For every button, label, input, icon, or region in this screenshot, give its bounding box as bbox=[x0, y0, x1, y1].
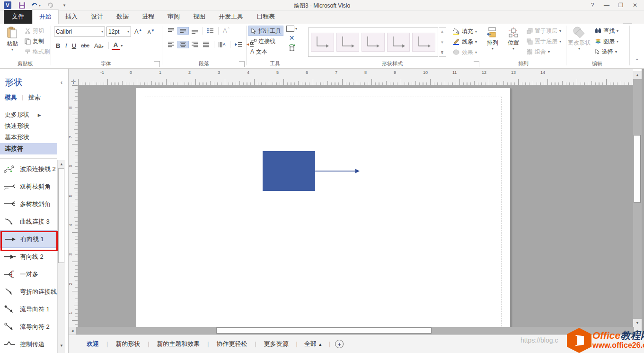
change-case-dropdown-icon[interactable]: ▾ bbox=[102, 45, 104, 49]
shape-styles-dialog-launcher-icon[interactable] bbox=[474, 61, 479, 67]
align-top-button[interactable] bbox=[166, 27, 176, 34]
font-size-dropdown-icon[interactable]: ▾ bbox=[125, 29, 129, 34]
add-page-button[interactable]: + bbox=[335, 340, 344, 348]
stencil-category-0[interactable]: 更多形状 ▶ bbox=[0, 109, 57, 120]
bullets-button[interactable] bbox=[205, 27, 216, 34]
paste-button[interactable]: 粘贴 ▾ bbox=[2, 25, 23, 59]
find-dropdown-icon[interactable]: ▾ bbox=[617, 29, 618, 33]
vertical-scrollbar[interactable]: ▲ ▼ bbox=[633, 71, 642, 327]
font-color-button[interactable]: A bbox=[112, 41, 120, 50]
tab-1[interactable]: 插入 bbox=[59, 10, 84, 24]
line-button[interactable]: 线条▾ bbox=[451, 36, 479, 47]
scroll-left-icon[interactable]: ◄ bbox=[69, 327, 76, 335]
gallery-scroll-down-icon[interactable]: ▼ bbox=[441, 40, 444, 45]
tab-6[interactable]: 视图 bbox=[186, 10, 212, 24]
justify-button[interactable] bbox=[201, 41, 212, 48]
rectangle-tool-button[interactable]: ▾ bbox=[286, 26, 297, 32]
paste-dropdown-icon[interactable]: ▾ bbox=[11, 47, 13, 52]
decrease-indent-button[interactable] bbox=[233, 41, 244, 48]
align-dropdown-icon[interactable]: ▾ bbox=[492, 46, 494, 51]
connector-style-preview-5[interactable] bbox=[412, 33, 435, 52]
font-color-dropdown-icon[interactable]: ▾ bbox=[121, 44, 123, 48]
connector-style-preview-1[interactable] bbox=[311, 33, 334, 52]
shape-item-3[interactable]: 曲线连接 3 bbox=[0, 213, 57, 230]
tab-file[interactable]: 文件 bbox=[4, 10, 32, 24]
shape-item-8[interactable]: 流导向符 1 bbox=[0, 300, 57, 318]
position-dropdown-icon[interactable]: ▾ bbox=[512, 46, 514, 51]
shape-item-10[interactable]: 控制传递 bbox=[0, 335, 57, 353]
connector-style-preview-3[interactable] bbox=[362, 33, 385, 52]
tab-8[interactable]: 日程表 bbox=[250, 10, 282, 24]
paragraph-dialog-launcher-icon[interactable] bbox=[239, 61, 245, 67]
gallery-more-icon[interactable]: ⊽ bbox=[441, 51, 444, 55]
shape-item-1[interactable]: 双树枝斜角 bbox=[0, 178, 57, 195]
shape-item-0[interactable]: 波浪连接线 2 bbox=[0, 160, 57, 178]
text-block-tool-button[interactable] bbox=[288, 44, 295, 51]
layers-dropdown-icon[interactable]: ▾ bbox=[617, 39, 618, 44]
horizontal-scrollbar[interactable]: ◄ ► bbox=[69, 327, 642, 335]
select-dropdown-icon[interactable]: ▾ bbox=[615, 50, 617, 54]
underline-button[interactable]: U bbox=[70, 42, 78, 50]
connector-style-preview-2[interactable] bbox=[336, 33, 360, 52]
strikethrough-button[interactable]: abc bbox=[79, 42, 91, 49]
shape-item-7[interactable]: 弯折的连接线 bbox=[0, 283, 57, 300]
font-name-combobox[interactable]: Calibri▾ bbox=[54, 27, 105, 36]
tab-4[interactable]: 进程 bbox=[135, 10, 161, 24]
connector-style-preview-4[interactable] bbox=[387, 33, 410, 52]
shape-item-9[interactable]: 流导向符 2 bbox=[0, 318, 57, 335]
italic-button[interactable]: I bbox=[63, 41, 69, 50]
drawing-page[interactable] bbox=[136, 88, 511, 327]
text-tool-button[interactable]: A 文本 bbox=[248, 46, 283, 57]
stencil-category-1[interactable]: 快速形状 bbox=[0, 120, 57, 132]
pointer-tool-button[interactable]: 指针工具 bbox=[248, 26, 283, 36]
tab-7[interactable]: 开发工具 bbox=[212, 10, 250, 24]
page-tab-4[interactable]: 更多资源 bbox=[256, 340, 296, 348]
stencil-category-3[interactable]: 连接符 bbox=[0, 143, 57, 154]
align-button[interactable]: 排列 ▾ bbox=[482, 25, 503, 59]
all-pages-button[interactable]: 全部 ▲ bbox=[298, 340, 329, 348]
close-icon[interactable]: ✕ bbox=[628, 0, 642, 10]
layers-button[interactable]: 图层▾ bbox=[593, 36, 620, 46]
horizontal-scrollbar-thumb[interactable] bbox=[216, 327, 432, 334]
stencil-scroll-down-icon[interactable]: ▼ bbox=[58, 342, 65, 349]
page-tab-2[interactable]: 新的主题和效果 bbox=[149, 340, 207, 348]
connector-tool-button[interactable]: 连接线 bbox=[248, 36, 283, 46]
restore-icon[interactable]: ❐ bbox=[614, 0, 628, 10]
shrink-font-button[interactable]: A▼ bbox=[146, 28, 157, 36]
fill-button[interactable]: 填充▾ bbox=[451, 26, 479, 36]
align-middle-button[interactable] bbox=[177, 27, 189, 35]
scroll-up-icon[interactable]: ▲ bbox=[633, 71, 642, 79]
grow-font-button[interactable]: A▲ bbox=[132, 27, 144, 36]
drawing-canvas[interactable] bbox=[78, 85, 633, 327]
page-tab-0[interactable]: 欢迎 bbox=[79, 340, 106, 348]
tab-3[interactable]: 数据 bbox=[110, 10, 135, 24]
gallery-scroll-up-icon[interactable]: ▲ bbox=[441, 29, 444, 34]
collapse-panel-icon[interactable]: ‹ bbox=[61, 79, 62, 86]
scroll-right-icon[interactable]: ► bbox=[634, 327, 642, 335]
stencil-tab-0[interactable]: 模具 bbox=[5, 93, 17, 102]
tab-2[interactable]: 设计 bbox=[84, 10, 110, 24]
bold-button[interactable]: B bbox=[54, 42, 62, 50]
fill-dropdown-icon[interactable]: ▾ bbox=[475, 29, 477, 34]
collapse-ribbon-icon[interactable]: ⌃ bbox=[635, 58, 639, 63]
align-left-button[interactable] bbox=[166, 41, 176, 48]
align-right-button[interactable] bbox=[190, 41, 200, 48]
stencil-scroll-up-icon[interactable]: ▲ bbox=[58, 160, 65, 168]
position-button[interactable]: 位置 ▾ bbox=[503, 25, 524, 59]
font-name-dropdown-icon[interactable]: ▾ bbox=[99, 29, 103, 34]
text-direction-button[interactable]: A bbox=[217, 41, 228, 48]
help-icon[interactable]: ? bbox=[585, 0, 600, 10]
vertical-scrollbar-thumb[interactable] bbox=[634, 135, 641, 203]
shape-item-2[interactable]: 多树枝斜角 bbox=[0, 195, 57, 213]
align-center-button[interactable] bbox=[177, 41, 189, 48]
stencil-scrollbar[interactable]: ▲ ▼ bbox=[57, 160, 65, 353]
select-button[interactable]: 选择▾ bbox=[593, 46, 620, 57]
page-tab-3[interactable]: 协作更轻松 bbox=[209, 340, 255, 348]
rectangle-shape[interactable] bbox=[263, 151, 315, 191]
change-case-button[interactable]: Aa▾ bbox=[92, 42, 106, 50]
connection-point-tool-button[interactable]: ✕ bbox=[289, 34, 295, 42]
stencil-tab-1[interactable]: 搜索 bbox=[28, 93, 40, 102]
stencil-category-2[interactable]: 基本形状 bbox=[0, 132, 57, 143]
align-bottom-button[interactable] bbox=[190, 27, 200, 34]
tab-0[interactable]: 开始 bbox=[32, 9, 59, 24]
